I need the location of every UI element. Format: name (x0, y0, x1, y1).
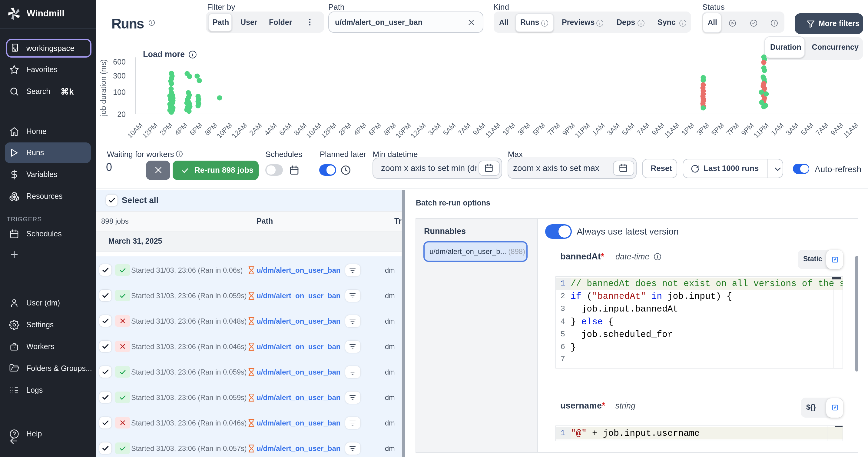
svg-text:10AM: 10AM (126, 121, 144, 140)
svg-text:2PM: 2PM (337, 121, 353, 137)
svg-text:5PM: 5PM (710, 121, 726, 137)
svg-text:1PM: 1PM (680, 121, 696, 137)
svg-text:4AM: 4AM (262, 121, 278, 137)
svg-text:3PM: 3PM (516, 121, 532, 137)
svg-text:2PM: 2PM (158, 121, 174, 137)
svg-text:11PM: 11PM (573, 121, 591, 139)
svg-text:11AM: 11AM (842, 121, 860, 139)
svg-text:12AM: 12AM (230, 121, 249, 140)
svg-text:2AM: 2AM (248, 121, 264, 137)
svg-text:6AM: 6AM (277, 121, 293, 137)
svg-text:5PM: 5PM (531, 121, 547, 137)
svg-text:10PM: 10PM (394, 121, 412, 140)
svg-text:11PM: 11PM (752, 121, 771, 139)
svg-text:20: 20 (117, 110, 126, 118)
svg-text:12AM: 12AM (409, 121, 427, 140)
svg-text:5AM: 5AM (441, 121, 457, 137)
svg-text:3AM: 3AM (784, 121, 800, 137)
svg-text:6PM: 6PM (188, 121, 204, 137)
svg-text:300: 300 (113, 72, 126, 80)
svg-text:7PM: 7PM (725, 121, 741, 137)
svg-text:11AM: 11AM (484, 121, 502, 139)
svg-text:6PM: 6PM (367, 121, 383, 137)
svg-text:5AM: 5AM (620, 121, 636, 137)
svg-text:7AM: 7AM (636, 121, 651, 137)
svg-text:7AM: 7AM (814, 121, 830, 137)
svg-text:4PM: 4PM (173, 121, 189, 137)
svg-text:1AM: 1AM (770, 121, 785, 137)
svg-text:1AM: 1AM (591, 121, 606, 137)
svg-text:12PM: 12PM (319, 121, 338, 140)
svg-text:4PM: 4PM (352, 121, 368, 137)
svg-text:10AM: 10AM (305, 121, 323, 140)
svg-text:100: 100 (113, 88, 126, 96)
svg-text:7AM: 7AM (457, 121, 472, 137)
svg-text:12PM: 12PM (141, 121, 159, 140)
svg-text:3AM: 3AM (606, 121, 621, 137)
svg-text:600: 600 (113, 58, 126, 66)
svg-text:10PM: 10PM (215, 121, 234, 140)
svg-text:3PM: 3PM (695, 121, 711, 137)
svg-text:1PM: 1PM (501, 121, 517, 137)
svg-text:7PM: 7PM (546, 121, 561, 137)
svg-text:11AM: 11AM (663, 121, 681, 139)
svg-text:3AM: 3AM (427, 121, 442, 137)
svg-text:job duration (ms): job duration (ms) (99, 59, 107, 116)
svg-text:5AM: 5AM (799, 121, 815, 137)
